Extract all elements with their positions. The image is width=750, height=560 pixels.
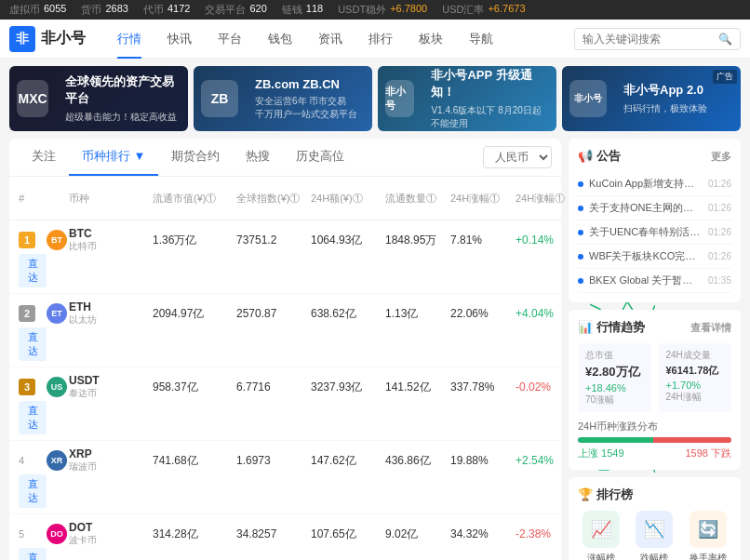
market-trend-section: 📊 行情趋势 查看详情 总市值 ¥2.80万亿 +18.46% 70涨幅 24H… [569, 310, 741, 470]
volume-cell: 3237.93亿 [311, 380, 385, 395]
index-cell: 34.8257 [236, 527, 311, 540]
notice-time: 01:26 [708, 227, 731, 237]
coin-name-cell[interactable]: USDT 泰达币 [69, 374, 153, 400]
search-input[interactable] [583, 33, 713, 46]
direct-button[interactable]: 直达 [19, 548, 47, 560]
tab-hot[interactable]: 热搜 [233, 139, 283, 176]
nav-link-sector[interactable]: 板块 [406, 20, 456, 59]
rank-icon-box: 📉 [636, 511, 673, 548]
rank-icon-item[interactable]: 🔄 换手率榜 [685, 511, 731, 560]
banner-fxh-content: 非小号APP 升级通知！ V1.4.6版本以下 8月20日起不能使用 [422, 66, 556, 131]
rank-cell: 3 [19, 379, 47, 395]
index-cell: 2570.87 [236, 307, 311, 320]
coin-name-cell[interactable]: ETH 以太坊 [69, 300, 153, 327]
tab-coin-rank[interactable]: 币种排行 ▼ [69, 139, 158, 176]
rank-icon-label: 换手率榜 [690, 552, 727, 560]
dist-bar [578, 437, 731, 443]
coin-icon-cell: DO [47, 524, 69, 544]
circulation-cell: 9.02亿 [385, 527, 450, 542]
banner-zb-content: ZB.com ZB.CN 安全运营6年 币市交易千万用户一站式交易平台 [246, 70, 367, 128]
notice-more[interactable]: 更多 [711, 150, 731, 164]
notice-item[interactable]: WBF关于板块KCO完善业务的公告 01:26 [578, 245, 731, 269]
notice-dot [578, 278, 583, 284]
banner-zb[interactable]: ZB ZB.com ZB.CN 安全运营6年 币市交易千万用户一站式交易平台 [194, 66, 372, 131]
coin-name-cell[interactable]: DOT 波卡币 [69, 521, 153, 547]
index-cell: 1.6973 [236, 454, 311, 467]
dist-nums: 上涨 1549 1598 下跌 [578, 447, 731, 460]
rank-badge: 2 [19, 305, 35, 322]
direct-button[interactable]: 直达 [19, 401, 47, 434]
nav-link-wallet[interactable]: 钱包 [255, 20, 305, 59]
notice-item[interactable]: 关于支持ONE主网的公告 01:26 [578, 196, 731, 220]
market-trend-more[interactable]: 查看详情 [690, 321, 731, 335]
tab-watch[interactable]: 关注 [19, 139, 69, 176]
rank-num: 5 [19, 528, 24, 540]
coin-name-cell[interactable]: XRP 瑞波币 [69, 447, 153, 473]
rank-icon-label: 涨幅榜 [587, 552, 615, 560]
coin-symbol: XRP [69, 447, 153, 460]
coin-icon-cell: US [47, 377, 69, 397]
notice-item[interactable]: BKEX Global 关于暂停部分币种... 01:35 [578, 269, 731, 293]
change-24h-cell: 19.88% [450, 454, 516, 467]
logo-icon: 非 [9, 26, 35, 52]
market-stats: 总市值 ¥2.80万亿 +18.46% 70涨幅 24H成交量 ¥6141.78… [578, 343, 731, 412]
search-box[interactable]: 🔍 [574, 28, 741, 50]
circulation-cell: 1848.95万 [385, 233, 450, 248]
circulation-cell: 436.86亿 [385, 453, 450, 469]
market-dist: 24H币种涨跌分布 上涨 1549 1598 下跌 [578, 420, 731, 460]
change-24h-cell: 34.32% [450, 527, 516, 540]
rank-cell: 4 [19, 454, 47, 467]
change-24h-cell: 7.81% [450, 233, 516, 247]
rank-icon-item[interactable]: 📈 涨幅榜 [578, 511, 624, 560]
rank-badge: 3 [19, 379, 35, 395]
notice-time: 01:26 [708, 203, 731, 213]
tab-futures[interactable]: 期货合约 [158, 139, 233, 176]
direct-button[interactable]: 直达 [19, 327, 47, 361]
notice-dot [578, 254, 583, 260]
nav-link-news[interactable]: 快讯 [154, 20, 205, 59]
direct-button[interactable]: 直达 [19, 474, 47, 508]
tab-ath[interactable]: 历史高位 [283, 139, 357, 176]
coin-name-cell[interactable]: BTC 比特币 [69, 227, 153, 253]
ad-tag: 广告 [713, 70, 737, 84]
main-content: 关注 币种排行 ▼ 期货合约 热搜 历史高位 人民币 美元 # 币种 流通市值(… [0, 139, 750, 560]
market-cap-cell: 314.28亿 [153, 527, 236, 542]
rank-badge: 1 [19, 232, 35, 248]
rank-icon-item[interactable]: 📉 跌幅榜 [632, 511, 678, 560]
banner-app2-logo: 非小号 [569, 80, 607, 117]
notice-text: BKEX Global 关于暂停部分币种... [589, 273, 701, 287]
rank-num: 4 [19, 455, 24, 466]
table-row: 2 ET ETH 以太坊 2094.97亿 2570.87 638.62亿 1.… [9, 294, 561, 367]
banner-app2[interactable]: 非小号 非小号App 2.0 扫码行情，极致体验 广告 [562, 66, 741, 131]
nav-link-nav[interactable]: 导航 [456, 20, 506, 59]
direct-button[interactable]: 直达 [19, 254, 47, 287]
table-row: 3 US USDT 泰达币 958.37亿 6.7716 3237.93亿 14… [9, 367, 561, 441]
nav-link-market[interactable]: 行情 [104, 20, 154, 59]
nav-link-ranking[interactable]: 排行 [355, 20, 406, 59]
notice-item[interactable]: 关于UENC春年特别活动奖激发... 01:26 [578, 220, 731, 245]
coin-icon: US [47, 377, 67, 397]
volume-cell: 638.62亿 [311, 306, 385, 322]
coin-icon-cell: ET [47, 303, 69, 324]
search-icon: 🔍 [718, 33, 732, 46]
coin-fullname: 波卡币 [69, 534, 153, 547]
coin-fullname: 泰达币 [69, 387, 153, 400]
banner-mxc[interactable]: MXC 全球领先的资产交易平台 超级暴击能力！稳定高收益 [9, 66, 188, 131]
nav-link-platform[interactable]: 平台 [205, 20, 255, 59]
notice-item[interactable]: KuCoin App新增支持杠杆交易 01:26 [578, 172, 731, 196]
coin-icon: ET [47, 303, 67, 324]
dist-down-bar [653, 437, 731, 443]
banner-mxc-content: 全球领先的资产交易平台 超级暴击能力！稳定高收益 [56, 66, 188, 131]
banner-fxh[interactable]: 非小号 非小号APP 升级通知！ V1.4.6版本以下 8月20日起不能使用 [378, 66, 556, 131]
volume-cell: 107.65亿 [311, 527, 385, 542]
coin-icon-cell: XR [47, 450, 69, 471]
index-cell: 73751.2 [236, 233, 311, 247]
table-row: 4 XR XRP 瑞波币 741.68亿 1.6973 147.62亿 436.… [9, 441, 561, 514]
coin-symbol: USDT [69, 374, 153, 387]
logo[interactable]: 非 非小号 [9, 26, 86, 52]
notice-text: 关于UENC春年特别活动奖激发... [589, 225, 701, 239]
left-panel: 关注 币种排行 ▼ 期货合约 热搜 历史高位 人民币 美元 # 币种 流通市值(… [9, 139, 561, 560]
nav-link-info[interactable]: 资讯 [305, 20, 355, 59]
banner-zb-logo: ZB [201, 80, 238, 117]
currency-select[interactable]: 人民币 美元 [483, 146, 552, 168]
